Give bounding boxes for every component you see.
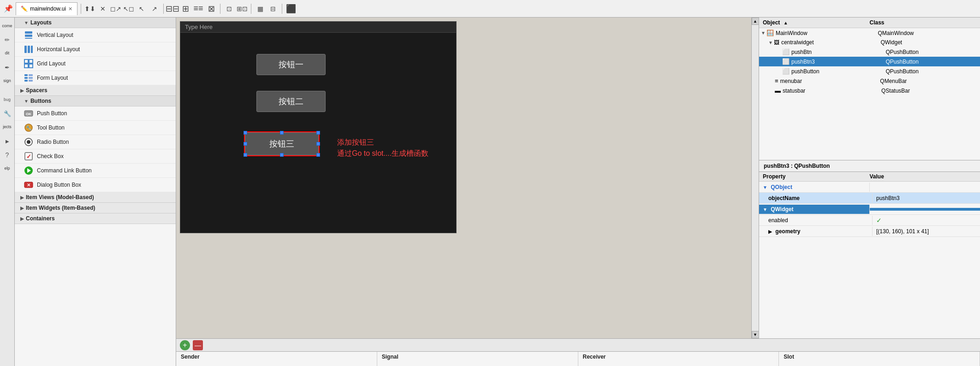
left-icon-wrench[interactable]: 🔧 <box>1 107 14 120</box>
item-widgets-arrow: ▶ <box>20 206 24 211</box>
prop-geometry[interactable]: ▶ geometry [(130, 160), 101 x 41] <box>759 226 980 237</box>
left-icon-expand[interactable]: ▶ <box>1 135 14 148</box>
section-layouts[interactable]: ▼ Layouts <box>15 18 176 28</box>
qobject-value <box>870 186 980 189</box>
left-sidebar: come ✏ dit ✒ sign bug 🔧 jects ▶ ? elp <box>0 18 15 366</box>
qwidget-label: QWidget <box>771 206 793 213</box>
toolbar-btn-15[interactable]: ⬛ <box>285 3 297 14</box>
canvas-btn-1[interactable]: 按钮一 <box>256 54 326 75</box>
containers-arrow: ▶ <box>20 216 24 221</box>
annotation-line2: 通过Go to slot....生成槽函数 <box>337 148 428 159</box>
svg-rect-7 <box>29 59 33 63</box>
toolbar-btn-1[interactable]: ⬆⬇ <box>84 3 95 14</box>
toolbar-btn-14[interactable]: ⊟ <box>267 3 279 14</box>
left-icon-question[interactable]: ? <box>1 148 14 161</box>
tree-row-statusbar[interactable]: ▬ statusbar QStatusBar <box>759 86 980 95</box>
tree-row-menubar[interactable]: ≡ menubar QMenuBar <box>759 76 980 86</box>
widget-radio-button[interactable]: Radio Button <box>15 135 176 149</box>
prop-name-header: Property <box>763 173 870 180</box>
svg-rect-11 <box>29 74 33 76</box>
push-button-icon: OK <box>24 109 33 118</box>
canvas-vscroll[interactable]: ▲ ▼ <box>751 18 759 338</box>
toolbar-btn-3[interactable]: ◻↗ <box>110 3 121 14</box>
pushbtn3-class: QPushButton <box>886 59 980 65</box>
widget-horizontal-layout[interactable]: Horizontal Layout <box>15 42 176 57</box>
toolbar-btn-10[interactable]: ⊠ <box>206 3 217 14</box>
signal-add-button[interactable]: + <box>180 340 190 350</box>
tree-row-mainwindow[interactable]: ▼ 🪟 MainWindow QMainWindow <box>759 28 980 38</box>
svg-rect-1 <box>25 35 32 37</box>
left-icon-pencil[interactable]: ✒ <box>1 61 14 74</box>
slot-label: Slot <box>784 354 794 360</box>
file-tab[interactable]: ✏️ mainwindow.ui ✕ <box>16 2 77 15</box>
file-tab-close[interactable]: ✕ <box>68 6 72 12</box>
widget-push-button[interactable]: OK Push Button <box>15 106 176 121</box>
type-here-text: Type Here <box>185 24 213 30</box>
buttons-label: Buttons <box>30 98 51 104</box>
widget-vertical-layout[interactable]: Vertical Layout <box>15 28 176 42</box>
widget-dialog-button[interactable]: ✕ Dialog Button Box <box>15 178 176 192</box>
toolbar-btn-6[interactable]: ↗ <box>149 3 160 14</box>
section-buttons[interactable]: ▼ Buttons <box>15 96 176 106</box>
toolbar-btn-9[interactable]: ≡≡ <box>193 3 204 14</box>
form-layout-label: Form Layout <box>37 75 68 81</box>
canvas-content[interactable]: Type Here 按钮一 按钮二 <box>176 18 751 338</box>
geometry-prop: ▶ geometry <box>759 227 873 236</box>
left-icon-jects[interactable]: jects <box>1 121 14 134</box>
toolbar-btn-8[interactable]: ⊞ <box>180 3 191 14</box>
widget-tool-button[interactable]: 🔧 Tool Button <box>15 121 176 135</box>
widget-command-link[interactable]: Command Link Button <box>15 164 176 178</box>
object-col-header: Object ▲ <box>763 19 870 26</box>
left-icon-edit[interactable]: ✏ <box>1 33 14 46</box>
signal-del-button[interactable]: — <box>193 340 203 350</box>
vscroll-up[interactable]: ▲ <box>752 18 759 25</box>
tree-row-centralwidget[interactable]: ▼ 🖼 centralwidget QWidget <box>759 38 980 47</box>
item-views-label: Item Views (Model-Based) <box>26 194 94 201</box>
receiver-label: Receiver <box>583 354 606 360</box>
section-item-widgets[interactable]: ▶ Item Widgets (Item-Based) <box>15 203 176 213</box>
centralwidget-class: QWidget <box>880 39 980 46</box>
vscroll-down[interactable]: ▼ <box>752 331 759 338</box>
center-right: Type Here 按钮一 按钮二 <box>176 18 980 366</box>
pin-icon[interactable]: 📌 <box>3 3 14 14</box>
toolbar-btn-12[interactable]: ⊞⊡ <box>237 3 248 14</box>
centralwidget-arrow: ▼ <box>768 40 773 45</box>
left-icon-sign[interactable]: sign <box>1 75 14 88</box>
prop-objectname[interactable]: objectName pushBtn3 <box>759 193 980 204</box>
section-containers[interactable]: ▶ Containers <box>15 213 176 224</box>
left-icon-elp[interactable]: elp <box>1 162 14 175</box>
toolbar-btn-5[interactable]: ↖ <box>136 3 147 14</box>
command-link-label: Command Link Button <box>37 167 92 174</box>
section-spacers[interactable]: ▶ Spacers <box>15 85 176 96</box>
toolbar-btn-7[interactable]: ⊟⊟ <box>167 3 178 14</box>
svg-rect-0 <box>25 31 32 34</box>
prop-qwidget-section[interactable]: ▼ QWidget <box>759 204 980 215</box>
widget-panel: ▼ Layouts Vertical Layout Horizontal Lay… <box>15 18 176 366</box>
svg-rect-9 <box>29 64 33 68</box>
section-item-views[interactable]: ▶ Item Views (Model-Based) <box>15 192 176 203</box>
left-icon-dit[interactable]: dit <box>1 47 14 60</box>
canvas-scroll: Type Here 按钮一 按钮二 <box>176 18 751 338</box>
handle-ml <box>244 142 247 146</box>
prop-qobject-section[interactable]: ▼ QObject <box>759 182 980 193</box>
left-icon-come[interactable]: come <box>1 19 14 32</box>
toolbar-btn-11[interactable]: ⊡ <box>224 3 235 14</box>
pushbutton-class: QPushButton <box>886 68 980 75</box>
property-panel: Object ▲ Class ▼ 🪟 MainWindow QMainWindo… <box>759 18 980 338</box>
prop-enabled[interactable]: enabled ✓ <box>759 215 980 226</box>
svg-rect-13 <box>29 77 33 79</box>
canvas-btn-2[interactable]: 按钮二 <box>256 91 326 112</box>
widget-check-box[interactable]: ✓ Check Box <box>15 149 176 164</box>
property-table: Property Value ▼ QObject <box>759 172 980 338</box>
widget-form-layout[interactable]: Form Layout <box>15 71 176 85</box>
toolbar-btn-2[interactable]: ✕ <box>97 3 108 14</box>
tree-row-pushbtn[interactable]: ⬜ pushBtn QPushButton <box>759 47 980 57</box>
left-icon-bug[interactable]: bug <box>1 93 14 106</box>
toolbar-btn-13[interactable]: ▦ <box>255 3 266 14</box>
tree-row-pushbtn3[interactable]: ⬜ pushBtn3 QPushButton <box>759 57 980 66</box>
toolbar-btn-4[interactable]: ↖◻ <box>123 3 134 14</box>
widget-grid-layout[interactable]: Grid Layout <box>15 57 176 71</box>
tree-row-pushbutton[interactable]: ⬜ pushButton QPushButton <box>759 66 980 76</box>
canvas-btn-3[interactable]: 按钮三 <box>245 132 319 155</box>
vscroll-track[interactable] <box>752 25 759 331</box>
